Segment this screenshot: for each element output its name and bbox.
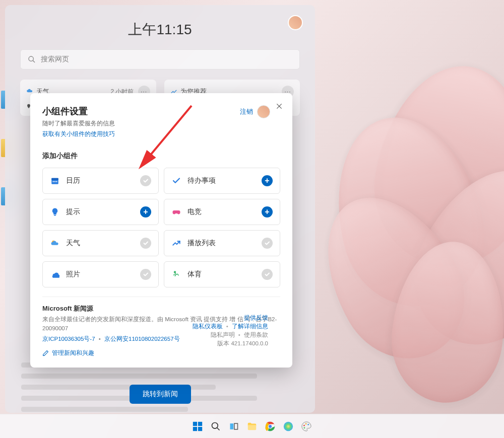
widget-option-label: 照片 <box>66 270 134 279</box>
browser-app[interactable] <box>281 419 295 433</box>
search-icon <box>28 55 36 63</box>
added-indicator <box>140 238 151 249</box>
chrome-app[interactable] <box>263 419 277 433</box>
added-indicator <box>262 238 273 249</box>
version-text: 版本 421.17400.0.0 <box>193 340 268 347</box>
svg-rect-8 <box>56 181 57 182</box>
start-button[interactable] <box>191 419 205 433</box>
svg-point-25 <box>284 421 293 430</box>
user-avatar-small[interactable] <box>257 105 270 118</box>
widget-option-sports[interactable]: 体育 <box>164 261 280 287</box>
photos-icon <box>50 269 60 279</box>
manage-news-label: 管理新闻和兴趣 <box>52 349 94 357</box>
browser-icon <box>283 421 294 432</box>
search-placeholder: 搜索网页 <box>41 55 69 64</box>
widget-option-label: 待办事项 <box>187 176 256 185</box>
palette-icon <box>301 421 312 432</box>
svg-point-11 <box>174 271 176 273</box>
widget-option-weather[interactable]: 天气 <box>42 230 159 256</box>
chrome-icon <box>265 421 276 432</box>
widget-option-label: 体育 <box>187 270 256 279</box>
widget-option-photos[interactable]: 照片 <box>42 261 159 287</box>
svg-line-18 <box>217 427 220 430</box>
clock: 上午11:15 <box>15 20 305 39</box>
jump-to-news-button[interactable]: 跳转到新闻 <box>130 385 191 404</box>
widget-option-todo[interactable]: 待办事项+ <box>164 168 280 194</box>
paint-app[interactable] <box>299 419 313 433</box>
search-input[interactable]: 搜索网页 <box>20 49 300 69</box>
todo-icon <box>171 176 181 186</box>
taskbar <box>0 414 504 438</box>
close-button[interactable] <box>272 99 286 113</box>
sports-icon <box>171 269 181 279</box>
svg-point-26 <box>303 424 305 426</box>
close-icon <box>276 103 283 110</box>
svg-rect-14 <box>198 421 202 425</box>
widget-option-label: 播放列表 <box>187 239 256 248</box>
windows-icon <box>192 421 203 432</box>
dialog-footer: 提供反馈 隐私仪表板 • 了解详细信息 隐私声明 • 使用条款 版本 421.1… <box>193 314 268 347</box>
widget-option-calendar[interactable]: 日历 <box>42 168 159 194</box>
widget-option-label: 提示 <box>66 207 134 216</box>
svg-point-27 <box>305 423 307 424</box>
svg-point-28 <box>307 423 309 425</box>
svg-rect-13 <box>193 421 197 425</box>
add-widgets-heading: 添加小组件 <box>42 152 280 161</box>
weather-icon <box>50 238 60 248</box>
svg-rect-6 <box>53 181 54 182</box>
widget-option-label: 天气 <box>66 239 134 248</box>
add-button[interactable]: + <box>140 206 151 217</box>
add-button[interactable]: + <box>262 175 273 186</box>
widget-option-tips[interactable]: 提示+ <box>42 199 159 225</box>
icp-link[interactable]: 京ICP10036305号-7 <box>42 336 95 342</box>
widget-option-playlist[interactable]: 播放列表 <box>164 230 280 256</box>
privacy-dashboard-link[interactable]: 隐私仪表板 <box>193 323 223 329</box>
widget-option-label: 日历 <box>66 176 134 185</box>
svg-rect-7 <box>54 181 55 182</box>
svg-point-0 <box>29 56 33 61</box>
svg-point-17 <box>212 422 218 428</box>
file-explorer[interactable] <box>245 419 259 433</box>
tips-icon <box>50 207 60 217</box>
add-button[interactable]: + <box>262 206 273 217</box>
svg-rect-19 <box>230 423 234 429</box>
playlist-icon <box>171 238 181 248</box>
gongan-link[interactable]: 京公网安11010802022657号 <box>104 336 180 342</box>
svg-rect-20 <box>234 423 238 429</box>
manage-news-link[interactable]: 管理新闻和兴趣 <box>42 349 280 357</box>
widget-settings-dialog: 注销 小组件设置 随时了解最喜爱服务的信息 获取有关小组件的使用技巧 添加小组件… <box>30 93 292 368</box>
widget-option-esports[interactable]: 电竞+ <box>164 199 280 225</box>
svg-rect-9 <box>54 215 56 216</box>
logout-link[interactable]: 注销 <box>240 107 253 116</box>
dialog-subtitle: 随时了解最喜爱服务的信息 <box>42 119 280 128</box>
search-icon <box>211 421 221 431</box>
edit-icon <box>42 350 49 356</box>
task-view-button[interactable] <box>227 419 241 433</box>
added-indicator <box>140 175 151 186</box>
task-view-icon <box>229 421 239 431</box>
divider <box>42 297 280 297</box>
svg-rect-15 <box>193 426 197 430</box>
widget-option-label: 电竞 <box>187 207 256 216</box>
svg-line-1 <box>33 60 35 62</box>
user-avatar[interactable] <box>288 15 303 30</box>
learn-more-link[interactable]: 了解详细信息 <box>232 323 268 329</box>
added-indicator <box>140 269 151 280</box>
svg-rect-5 <box>51 178 58 180</box>
added-indicator <box>262 269 273 280</box>
terms-link[interactable]: 使用条款 <box>244 332 268 338</box>
taskbar-search[interactable] <box>209 419 223 433</box>
esports-icon <box>171 207 181 217</box>
svg-rect-16 <box>198 426 202 430</box>
news-source-title: Microsoft 新闻源 <box>42 304 280 313</box>
tips-link[interactable]: 获取有关小组件的使用技巧 <box>42 130 115 138</box>
feedback-link[interactable]: 提供反馈 <box>244 315 268 321</box>
svg-point-29 <box>304 427 305 428</box>
calendar-icon <box>50 176 60 186</box>
privacy-statement-link[interactable]: 隐私声明 <box>211 332 235 338</box>
folder-icon <box>246 421 258 432</box>
